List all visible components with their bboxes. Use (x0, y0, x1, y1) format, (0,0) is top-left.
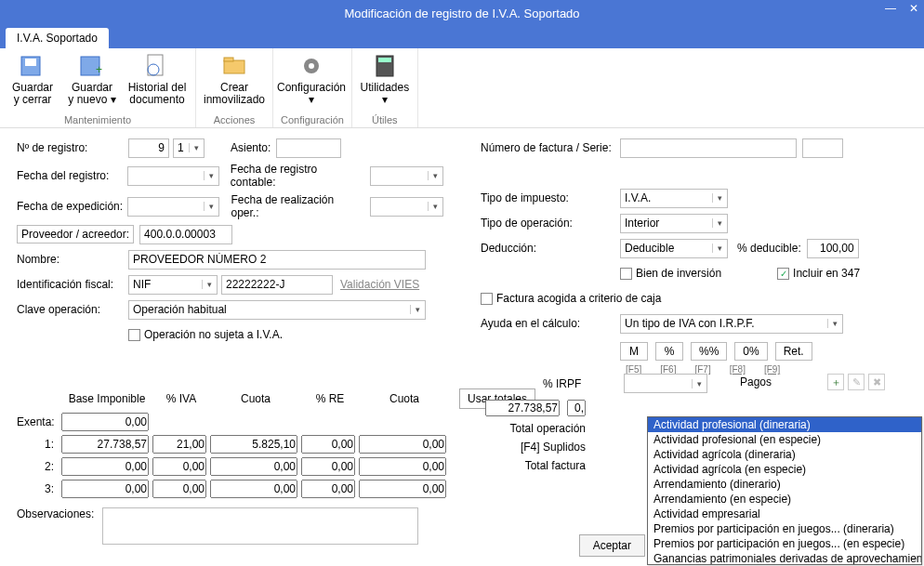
col-iva: % IVA (152, 388, 210, 409)
window-title: Modificación de registro de I.V.A. Sopor… (344, 7, 579, 20)
re-input[interactable] (301, 480, 355, 498)
irpf-option[interactable]: Actividad agrícola (dineraria) (648, 447, 921, 462)
calc-btn-%%[interactable]: %% (691, 342, 727, 361)
irpf-option[interactable]: Premios por participación en juegos... (… (648, 521, 921, 536)
pago-add-icon[interactable]: ＋ (827, 374, 844, 390)
obs-label: Observaciones: (17, 507, 102, 520)
total-op-label: Total operación (474, 422, 586, 435)
nreg-input[interactable] (128, 138, 169, 158)
save-close-icon (19, 52, 46, 80)
cuota-input[interactable] (210, 435, 297, 454)
irpf-popup-list[interactable]: Actividad profesional (dineraria)Activid… (647, 416, 922, 565)
close-button[interactable]: ✕ (909, 2, 918, 15)
nreg-seq-dd[interactable]: 1▾ (173, 138, 205, 158)
cuota-input[interactable] (210, 480, 297, 498)
fecha-registro-label: Fecha del registro: (17, 169, 127, 182)
calc-btn-M[interactable]: M (620, 342, 648, 361)
irpf-option[interactable]: Actividad profesional (dineraria) (648, 417, 921, 432)
gear-icon (297, 52, 325, 80)
irpf-option[interactable]: Actividad empresarial (648, 507, 921, 521)
cuota2-input[interactable] (359, 435, 446, 454)
minimize-button[interactable]: — (885, 2, 896, 15)
pctdeduc-label: % deducible: (737, 242, 801, 255)
ribbon-configuracion[interactable]: Configuración ▾ (281, 52, 342, 106)
fecha-exped-label: Fecha de expedición: (17, 200, 127, 213)
fecha-reg-contable-dd[interactable]: ▾ (370, 166, 443, 186)
tipoimp-label: Tipo de impuesto: (481, 191, 620, 204)
irpf-option[interactable]: Ganancias patrimoniales derivadas de apr… (648, 551, 921, 565)
tipoimp-dd[interactable]: I.V.A.▾ (620, 189, 728, 208)
aceptar-button[interactable]: Aceptar (579, 534, 645, 557)
folder-icon (220, 52, 248, 80)
exenta-input[interactable] (61, 413, 149, 431)
calc-btn-0%[interactable]: 0% (734, 342, 767, 361)
iva-input[interactable] (152, 457, 206, 476)
asiento-input[interactable] (276, 138, 341, 158)
fecha-exped-dd[interactable]: ▾ (127, 197, 219, 217)
numfact-label: Número de factura / Serie: (481, 141, 620, 154)
iva-input[interactable] (152, 480, 206, 498)
claveop-dd[interactable]: Operación habitual▾ (128, 300, 426, 320)
base-input[interactable] (61, 480, 149, 498)
calc-btn-Ret.[interactable]: Ret. (775, 342, 812, 361)
irpf-option[interactable]: Actividad agrícola (en especie) (648, 462, 921, 477)
col-re: % RE (301, 388, 359, 409)
ribbon-guardar-nuevo[interactable]: + Guardar y nuevo ▾ (67, 52, 117, 106)
tipoop-dd[interactable]: Interior▾ (620, 214, 728, 233)
irpf-option[interactable]: Arrendamiento (en especie) (648, 492, 921, 507)
ribbon-guardar-cerrar[interactable]: Guardar y cerrar (7, 52, 58, 106)
svg-rect-1 (25, 59, 36, 66)
nombre-input[interactable] (128, 250, 426, 270)
validacion-vies-link[interactable]: Validación VIES (340, 278, 419, 291)
irpf-option[interactable]: Actividad profesional (en especie) (648, 432, 921, 447)
base-input[interactable] (61, 435, 149, 454)
fecha-registro-dd[interactable]: ▾ (127, 166, 219, 186)
irpf-option[interactable]: Arrendamiento (dinerario) (648, 477, 921, 492)
obs-textarea[interactable] (102, 507, 418, 545)
svg-rect-11 (378, 58, 391, 62)
irpf-pct-input[interactable] (567, 400, 586, 416)
iva-input[interactable] (152, 435, 206, 454)
claveop-label: Clave operación: (17, 303, 128, 316)
factura-caja-check[interactable]: Factura acogida a criterio de caja (481, 292, 661, 305)
fecha-realiz-dd[interactable]: ▾ (370, 197, 443, 217)
irpf-tipo-dd[interactable]: ▾ (624, 374, 707, 393)
proveedor-button[interactable]: Proveedor / acreedor: (17, 225, 134, 244)
bien-inversion-check[interactable]: Bien de inversión (620, 267, 721, 280)
tab-iva-soportado[interactable]: I.V.A. Soportado (6, 28, 109, 48)
re-input[interactable] (301, 435, 355, 454)
calc-btn-%[interactable]: % (655, 342, 683, 361)
base-input[interactable] (61, 457, 149, 476)
nombre-label: Nombre: (17, 253, 128, 266)
re-input[interactable] (301, 457, 355, 476)
ribbon-crear-inmovilizado[interactable]: Crear inmovilizado (204, 52, 265, 106)
proveedor-input[interactable] (139, 225, 232, 244)
pago-edit-icon[interactable]: ✎ (848, 374, 865, 390)
op-no-sujeta-check[interactable]: Operación no sujeta a I.V.A. (128, 328, 283, 341)
tabstrip: I.V.A. Soportado (0, 26, 924, 48)
numfact-input[interactable] (620, 138, 797, 158)
serie-input[interactable] (802, 138, 843, 158)
save-new-icon: + (78, 52, 106, 80)
cuota-input[interactable] (210, 457, 297, 476)
deduc-dd[interactable]: Deducible▾ (620, 239, 728, 258)
col-cuota2: Cuota (359, 388, 450, 409)
ayuda-label: Ayuda en el cálculo: (481, 317, 620, 330)
pago-del-icon[interactable]: ✖ (868, 374, 885, 390)
idfiscal-tipo-dd[interactable]: NIF▾ (128, 275, 218, 295)
irpf-base-input[interactable] (485, 400, 560, 416)
ayuda-dd[interactable]: Un tipo de IVA con I.R.P.F.▾ (620, 314, 843, 334)
exenta-label: Exenta: (17, 415, 58, 428)
asiento-label: Asiento: (231, 141, 271, 154)
ribbon-utilidades[interactable]: Utilidades ▾ (360, 52, 410, 106)
irpf-option[interactable]: Premios por participación en juegos... (… (648, 536, 921, 551)
incluir347-check[interactable]: ✓Incluir en 347 (777, 267, 860, 280)
idfiscal-input[interactable] (221, 275, 333, 295)
ribbon-historial[interactable]: Historial del documento (126, 52, 188, 106)
cuota2-input[interactable] (359, 480, 446, 498)
cuota2-input[interactable] (359, 457, 446, 476)
history-icon (143, 52, 171, 80)
suplidos-label: [F4] Suplidos (474, 441, 586, 454)
titlebar: Modificación de registro de I.V.A. Sopor… (0, 0, 924, 26)
pctdeduc-input[interactable] (807, 239, 859, 258)
